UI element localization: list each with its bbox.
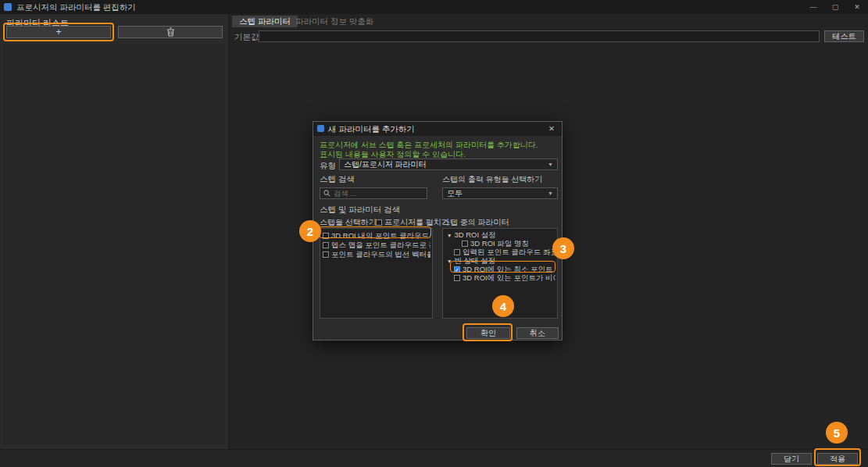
output-type-label: 스텝의 출력 유형을 선택하기 xyxy=(442,174,542,185)
step-checkbox[interactable] xyxy=(323,242,329,248)
type-dropdown-value: 스텝/프로시저 파라미터 xyxy=(344,159,427,170)
step-label: 포인트 클라우드의 법선 벡터를 계산하고 ... xyxy=(331,250,430,259)
tab-customize-parameter-info[interactable]: 파라미터 정보 맞춤화 xyxy=(291,16,378,27)
param-checkbox[interactable] xyxy=(454,249,460,255)
step-list-item[interactable]: 3D ROI 내의 포인트 클라우드를 추출하기 xyxy=(323,231,430,241)
step-search-label: 스텝 검색 xyxy=(320,174,355,185)
step-label: 뎁스 맵을 포인트 클라우드로 전환하기 (2) xyxy=(331,241,430,250)
minimize-icon[interactable]: — xyxy=(802,0,824,14)
step-checkbox[interactable] xyxy=(323,251,329,258)
dialog-title: 새 파라미터를 추가하기 xyxy=(328,122,415,136)
param-label: 3D ROI에 있는 포인트가 비어 있는... xyxy=(463,273,555,283)
step-checkbox[interactable] xyxy=(323,233,329,239)
param-checkbox-checked[interactable]: ✓ xyxy=(454,266,460,273)
default-value-field-wrap xyxy=(259,30,820,42)
dialog-app-icon xyxy=(317,125,324,132)
tab-step-parameters[interactable]: 스텝 파라미터 xyxy=(232,16,298,27)
expand-procedure-label: 프로시저를 펼치기 xyxy=(384,217,449,228)
step-label: 3D ROI 내의 포인트 클라우드를 추출하기 xyxy=(331,231,430,241)
expand-procedure-checkbox[interactable] xyxy=(376,219,382,226)
step-search-box xyxy=(320,187,427,199)
delete-parameter-button[interactable] xyxy=(118,26,223,38)
window-title: 프로시저의 파라미터를 편집하기 xyxy=(16,0,136,14)
type-label: 유형 xyxy=(320,161,336,172)
parameter-list-area[interactable] xyxy=(3,44,225,445)
type-dropdown[interactable]: 스텝/프로시저 파라미터 ▼ xyxy=(339,159,558,170)
chevron-down-icon: ▼ xyxy=(545,162,553,167)
output-type-dropdown[interactable]: 모두 ▼ xyxy=(442,187,558,199)
chevron-down-icon: ▼ xyxy=(545,191,553,196)
cancel-button[interactable]: 취소 xyxy=(516,327,559,339)
step-search-input[interactable] xyxy=(334,189,423,198)
default-value-label: 기본값 xyxy=(234,32,259,43)
apply-button[interactable]: 적용 xyxy=(817,453,858,465)
test-button[interactable]: 테스트 xyxy=(824,30,864,42)
app-window: 프로시저의 파라미터를 편집하기 — ▢ ✕ 파라미터 리스트 + 스텝 파라미… xyxy=(0,0,868,467)
maximize-icon[interactable]: ▢ xyxy=(824,0,846,14)
add-parameter-dialog: 새 파라미터를 추가하기 ✕ 프로시저에 서브 스텝 혹은 프로세처의 파라미터… xyxy=(313,121,563,340)
step-select-label: 스텝을 선택하기 xyxy=(320,217,377,228)
tree-item[interactable]: 3D ROI에 있는 포인트가 비어 있는... xyxy=(454,273,555,283)
search-icon xyxy=(323,190,330,197)
step-params-label: 스텝 중의 파라미터 xyxy=(442,217,509,228)
annotation-badge-5: 5 xyxy=(826,422,848,444)
tree-expand-icon[interactable]: ▼ xyxy=(447,233,452,238)
dialog-close-icon[interactable]: ✕ xyxy=(541,122,562,136)
default-value-input[interactable] xyxy=(263,32,816,41)
annotation-badge-3: 3 xyxy=(552,237,574,259)
app-icon xyxy=(4,3,12,11)
footer-bar: 닫기 적용 xyxy=(0,449,868,467)
dialog-titlebar: 새 파라미터를 추가하기 ✕ xyxy=(313,122,562,136)
param-checkbox[interactable] xyxy=(454,275,460,281)
add-parameter-button[interactable]: + xyxy=(6,26,111,38)
window-titlebar: 프로시저의 파라미터를 편집하기 — ▢ ✕ xyxy=(0,0,868,14)
step-list-item[interactable]: 뎁스 맵을 포인트 클라우드로 전환하기 (2) xyxy=(323,241,430,250)
ok-button[interactable]: 확인 xyxy=(466,327,510,339)
close-button[interactable]: 닫기 xyxy=(771,453,812,465)
trash-icon xyxy=(166,27,175,37)
close-icon[interactable]: ✕ xyxy=(846,0,868,14)
step-list-item[interactable]: 포인트 클라우드의 법선 벡터를 계산하고 ... xyxy=(323,250,430,259)
param-checkbox[interactable] xyxy=(462,241,468,247)
expand-procedure-checkbox-row[interactable]: 프로시저를 펼치기 xyxy=(376,217,449,228)
tree-expand-icon[interactable]: ▼ xyxy=(447,258,452,264)
parameter-list-panel: 파라미터 리스트 + xyxy=(0,14,229,449)
step-list: 3D ROI 내의 포인트 클라우드를 추출하기 뎁스 맵을 포인트 클라우드로… xyxy=(320,228,433,319)
output-type-value: 모두 xyxy=(447,188,463,199)
annotation-badge-2: 2 xyxy=(299,220,321,242)
search-section-label: 스텝 및 파라미터 검색 xyxy=(320,205,400,216)
annotation-badge-4: 4 xyxy=(492,295,514,317)
